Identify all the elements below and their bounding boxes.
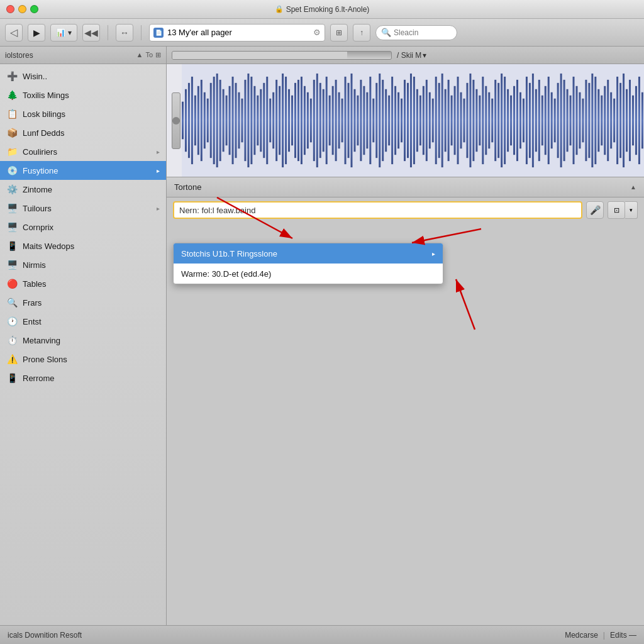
waveform-svg — [182, 64, 644, 177]
dropdown-item-stotchis[interactable]: Stotchis U1b.T Ringsslone ▸ — [174, 243, 443, 264]
tuilours-icon: 🖥️ — [6, 203, 18, 214]
sidebar-sort-asc[interactable]: ▲ — [136, 51, 143, 59]
track-name: Tortone — [174, 182, 201, 192]
search-box[interactable]: 🔍 — [375, 25, 457, 40]
svg-rect-81 — [432, 99, 434, 143]
share-button[interactable]: ↑ — [353, 24, 370, 42]
svg-rect-88 — [454, 86, 456, 155]
back-button[interactable]: ◁ — [5, 24, 23, 42]
sidebar-item-metanving[interactable]: ⏱️ Metanving — [0, 331, 166, 350]
sidebar-item-maits[interactable]: 📱 Maits Wedops — [0, 236, 166, 255]
svg-rect-57 — [357, 96, 358, 146]
format-button[interactable]: 📊 ▾ — [50, 24, 77, 42]
svg-line-154 — [456, 279, 475, 330]
svg-rect-27 — [263, 83, 265, 158]
mic-button[interactable]: 🎤 — [586, 201, 604, 219]
sidebar-item-couliriers[interactable]: 📁 Couliriers ▸ — [0, 142, 166, 161]
sidebar-item-toxilis[interactable]: 🌲 Toxilis Mings — [0, 86, 166, 104]
play-button[interactable]: ▶ — [28, 24, 45, 42]
svg-rect-103 — [501, 74, 502, 167]
url-bar[interactable]: 📄 13 My'er all pager ⚙ — [149, 24, 325, 42]
dropdown-item-warme[interactable]: Warme: 30.D-et (edd.4e) — [174, 264, 443, 284]
svg-rect-14 — [223, 89, 225, 152]
svg-rect-85 — [445, 89, 447, 152]
dropdown-arrow-button[interactable]: ▾ — [625, 201, 638, 219]
sidebar-item-zintome[interactable]: ⚙️ Zintome — [0, 180, 166, 199]
sidebar-item-fusytione[interactable]: 💿 Fusytione ▸ — [0, 161, 166, 180]
svg-rect-55 — [350, 74, 352, 167]
sidebar-item-nirmis[interactable]: 🖥️ Nirmis — [0, 255, 166, 274]
svg-rect-147 — [638, 77, 640, 164]
track-header: Tortone ▲ — [167, 177, 644, 197]
svg-rect-76 — [416, 89, 418, 152]
sidebar-item-lunf[interactable]: 📦 Lunf Dedds — [0, 123, 166, 142]
minimize-button[interactable] — [18, 5, 26, 13]
volume-thumb[interactable] — [172, 117, 180, 125]
view-button[interactable]: ⊡ — [608, 201, 625, 219]
status-right: Medcarse | Edits — — [565, 631, 636, 640]
svg-rect-37 — [294, 83, 296, 158]
sidebar-item-label: Prone Slons — [23, 355, 160, 364]
sidebar-item-cornprix[interactable]: 🖥️ Cornprix — [0, 218, 166, 236]
maits-icon: 📱 — [6, 240, 18, 252]
sidebar-item-label: Entst — [23, 317, 160, 326]
svg-rect-86 — [448, 80, 450, 161]
sidebar-item-label: Couliriers — [23, 147, 152, 157]
gear-icon[interactable]: ⚙ — [313, 28, 321, 37]
sidebar-item-wisin[interactable]: ➕ Wisin.. — [0, 67, 166, 86]
svg-rect-122 — [560, 74, 562, 167]
nirmis-icon: 🖥️ — [6, 259, 18, 270]
svg-rect-94 — [472, 80, 474, 161]
svg-rect-78 — [423, 86, 425, 155]
window-controls[interactable] — [6, 5, 38, 13]
svg-rect-62 — [372, 99, 374, 143]
svg-rect-79 — [426, 80, 428, 161]
view-toggle-button[interactable]: ⊞ — [330, 24, 348, 42]
sidebar-item-rerrome[interactable]: 📱 Rerrome — [0, 369, 166, 387]
svg-rect-142 — [623, 74, 625, 167]
fusytione-icon: 💿 — [6, 165, 18, 176]
dropdown-item-label: Stotchis U1b.T Ringsslone — [181, 249, 277, 258]
svg-rect-145 — [632, 96, 634, 146]
maximize-button[interactable] — [30, 5, 38, 13]
sidebar-title: iolstores — [5, 51, 33, 60]
svg-rect-65 — [382, 80, 384, 161]
sidebar-item-label: Toxilis Mings — [23, 91, 160, 100]
svg-rect-66 — [385, 89, 387, 152]
field-input[interactable] — [173, 201, 582, 219]
sidebar-item-frars[interactable]: 🔍 Frars — [0, 293, 166, 312]
svg-rect-127 — [575, 86, 577, 155]
svg-rect-97 — [482, 77, 484, 164]
svg-rect-28 — [266, 77, 268, 164]
svg-rect-110 — [523, 99, 525, 143]
svg-rect-132 — [591, 74, 593, 167]
sidebar-item-losk[interactable]: 📋 Losk bilings — [0, 104, 166, 123]
status-left-label: icals Downition Resoft — [8, 631, 82, 640]
svg-rect-43 — [313, 80, 315, 161]
svg-rect-50 — [335, 80, 337, 161]
arrow-icon: ▸ — [157, 205, 160, 212]
sidebar-item-tables[interactable]: 🔴 Tables — [0, 274, 166, 293]
audio-button[interactable]: ◀◀ — [82, 24, 100, 42]
double-arrow-button[interactable]: ↔ — [116, 24, 133, 42]
svg-rect-124 — [567, 89, 569, 152]
sidebar-grid-icon[interactable]: ⊞ — [155, 51, 161, 59]
format-dropdown-arrow: ▾ — [68, 28, 72, 37]
svg-rect-38 — [297, 80, 299, 161]
search-input[interactable] — [394, 28, 450, 37]
arrow-icon: ▸ — [157, 167, 160, 174]
sidebar-item-tuilours[interactable]: 🖥️ Tuilours ▸ — [0, 199, 166, 218]
sidebar-item-entst[interactable]: 🕐 Entst — [0, 312, 166, 331]
svg-rect-107 — [513, 86, 515, 155]
window-title: 🔒 Spet Emoking 6.lt-Anole) — [275, 5, 370, 14]
svg-rect-105 — [507, 89, 509, 152]
svg-rect-80 — [429, 92, 431, 149]
sidebar-item-label: Nirmis — [23, 260, 160, 270]
close-button[interactable] — [6, 5, 14, 13]
volume-slider[interactable] — [172, 92, 180, 149]
sidebar-list: ➕ Wisin.. 🌲 Toxilis Mings 📋 Losk bilings… — [0, 64, 166, 625]
entst-icon: 🕐 — [6, 316, 18, 327]
sidebar-item-prone[interactable]: ⚠️ Prone Slons — [0, 350, 166, 369]
path-dropdown-arrow[interactable]: ▾ — [423, 51, 426, 60]
svg-rect-112 — [529, 83, 531, 158]
